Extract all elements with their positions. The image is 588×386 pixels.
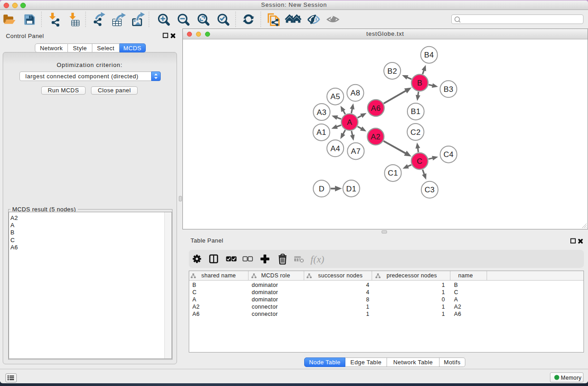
svg-text:A8: A8 <box>350 89 360 97</box>
svg-text:D: D <box>319 185 325 193</box>
svg-text:C1: C1 <box>388 169 398 177</box>
svg-text:A5: A5 <box>330 92 340 101</box>
svg-text:C2: C2 <box>411 128 421 137</box>
svg-text:A4: A4 <box>330 144 340 153</box>
svg-text:B4: B4 <box>424 51 434 59</box>
svg-text:A7: A7 <box>351 147 361 156</box>
svg-text:f(x): f(x) <box>311 254 325 265</box>
svg-text:B2: B2 <box>387 67 397 76</box>
svg-text:C4: C4 <box>444 150 454 159</box>
svg-text:A2: A2 <box>371 133 381 141</box>
svg-text:A3: A3 <box>317 108 327 117</box>
svg-text:D1: D1 <box>346 185 357 193</box>
svg-text:B1: B1 <box>411 107 421 116</box>
svg-text:B: B <box>417 79 422 87</box>
svg-text:C3: C3 <box>425 186 435 194</box>
svg-text:A1: A1 <box>316 128 326 137</box>
svg-text:A6: A6 <box>371 104 381 113</box>
svg-text:B3: B3 <box>444 85 454 94</box>
svg-text:C: C <box>417 157 423 166</box>
svg-text:A: A <box>347 118 353 127</box>
